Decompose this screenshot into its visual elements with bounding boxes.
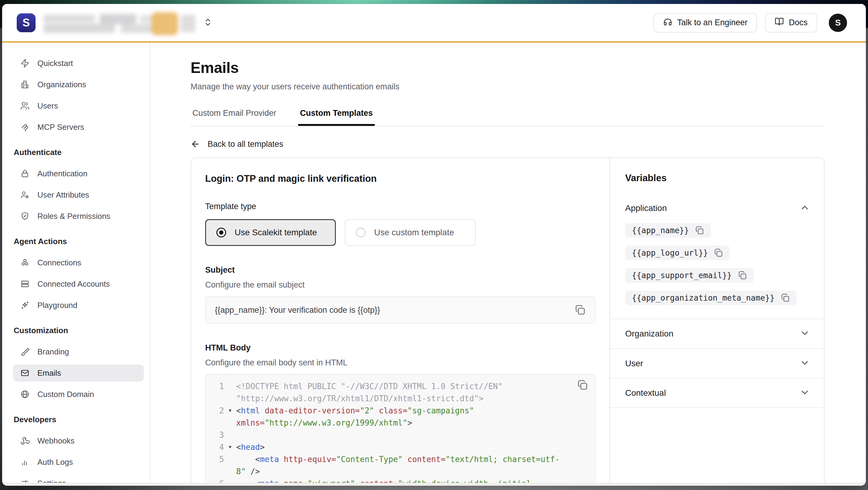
shield-check-icon [20,212,29,221]
variable-chips: {{app_name}} {{app_logo_url}} [625,223,810,305]
envelope-icon [20,368,29,377]
gutter-spacer [224,380,236,392]
html-body-editor[interactable]: 1<!DOCTYPE html PUBLIC "-//W3C//DTD XHTM… [205,374,595,483]
chevron-up-icon [800,203,810,214]
code-line: 8" /> [206,465,595,478]
sidebar-item-user-attributes[interactable]: User Attributes [13,186,144,203]
line-number [206,392,224,405]
copy-variable-button[interactable] [781,293,790,302]
section-label: User [625,359,643,368]
code-line: 1<!DOCTYPE html PUBLIC "-//W3C//DTD XHTM… [206,380,595,392]
template-type-label: Template type [205,202,595,211]
copy-icon [738,271,747,280]
docs-button[interactable]: Docs [765,13,817,33]
zap-icon [20,59,29,68]
copy-variable-button[interactable] [738,271,747,280]
sidebar-item-organizations[interactable]: Organizations [13,76,144,93]
line-number [206,417,224,429]
code-editor-lines: 1<!DOCTYPE html PUBLIC "-//W3C//DTD XHTM… [206,380,595,483]
option-use-scalekit-template[interactable]: Use Scalekit template [205,219,336,246]
workspace-switcher[interactable] [43,12,212,33]
user-avatar[interactable]: S [829,14,847,32]
variables-section-application[interactable]: Application [625,203,810,214]
sidebar-item-label: Quickstart [37,59,73,68]
gutter-spacer [224,453,236,465]
variable-chip-app-logo-url[interactable]: {{app_logo_url}} [625,246,730,260]
main-content: Emails Manage the way your users receive… [150,42,866,483]
variables-section-user[interactable]: User [610,348,824,378]
back-to-templates-link[interactable]: Back to all templates [191,139,825,149]
webhook-icon [20,436,29,445]
line-number: 2 [206,405,224,417]
code-text: <html data-editor-version="2" class="sg-… [236,405,474,417]
sidebar-section-customization: Customization [14,326,144,335]
back-link-label: Back to all templates [208,140,283,149]
sidebar-item-label: Webhooks [37,436,74,446]
sidebar-item-branding[interactable]: Branding [13,343,144,360]
page-subtitle: Manage the way your users receive authen… [191,82,825,91]
subject-input[interactable]: {{app_name}}: Your verification code is … [205,296,595,324]
sidebar-item-auth-logs[interactable]: Auth Logs [13,454,144,470]
sidebar-item-label: Organizations [37,80,86,89]
sidebar-item-playground[interactable]: Playground [13,297,144,314]
variable-text: {{app_organization_meta_name}} [632,293,775,302]
copy-html-body-button[interactable] [577,380,588,391]
line-number: 1 [206,380,224,392]
code-line: 6 <meta name="viewport" content="width=d… [206,478,595,483]
chevron-down-icon [800,358,810,369]
sidebar-item-users[interactable]: Users [13,97,144,114]
arrow-left-icon [191,139,200,149]
variable-chip-app-support-email[interactable]: {{app_support_email}} [625,268,754,283]
copy-variable-button[interactable] [714,248,723,257]
fold-toggle-icon[interactable]: ▾ [224,441,236,453]
paintbrush-icon [20,347,29,356]
code-line: 3 [206,429,595,441]
chevrons-up-down-icon [203,18,212,28]
line-number: 4 [206,441,224,453]
copy-icon [575,305,586,315]
section-label: Application [625,203,667,213]
sidebar-item-label: Branding [37,347,69,357]
subject-value: {{app_name}}: Your verification code is … [215,305,575,315]
copy-subject-button[interactable] [575,305,586,315]
sidebar-section-developers: Developers [14,415,144,424]
code-line: 5 <meta http-equiv="Content-Type" conten… [206,453,595,465]
sidebar-item-authentication[interactable]: Authentication [13,165,144,182]
lock-icon [20,169,29,178]
gutter-spacer [224,478,236,483]
gutter-spacer [224,429,236,441]
building-icon [20,80,29,89]
tab-custom-email-provider[interactable]: Custom Email Provider [191,109,278,126]
tab-custom-templates[interactable]: Custom Templates [298,109,375,126]
sidebar-item-roles-permissions[interactable]: Roles & Permissions [13,208,144,225]
copy-icon [714,248,723,257]
sidebar-item-settings[interactable]: Settings [13,475,144,483]
sidebar-item-custom-domain[interactable]: Custom Domain [13,386,144,403]
fold-toggle-icon[interactable]: ▾ [224,405,236,417]
variable-chip-app-organization-meta-name[interactable]: {{app_organization_meta_name}} [625,290,797,305]
code-line: 2▾<html data-editor-version="2" class="s… [206,405,595,417]
sidebar-item-emails[interactable]: Emails [13,364,144,381]
sidebar-item-connections[interactable]: Connections [13,254,144,271]
talk-to-engineer-button[interactable]: Talk to an Engineer [653,13,757,33]
bar-chart-icon [20,457,29,467]
workspace-name-redacted [43,12,195,33]
copy-variable-button[interactable] [695,226,704,235]
code-text: 8" /> [236,465,260,478]
variables-section-organization[interactable]: Organization [610,318,824,348]
headphones-icon [663,17,672,28]
sidebar-item-connected-accounts[interactable]: Connected Accounts [13,275,144,293]
variables-section-contextual[interactable]: Contextual [610,378,824,408]
sidebar-item-label: Auth Logs [37,457,73,467]
sidebar-item-webhooks[interactable]: Webhooks [13,432,144,449]
sidebar: Quickstart Organizations Users MCP Serve… [2,42,150,483]
template-form: Login: OTP and magic link verification T… [191,158,609,483]
code-text: <meta http-equiv="Content-Type" content=… [236,453,560,465]
sidebar-item-quickstart[interactable]: Quickstart [13,55,144,72]
line-number: 3 [206,429,224,441]
sidebar-item-label: Custom Domain [37,390,94,399]
option-use-custom-template[interactable]: Use custom template [345,219,476,246]
variable-chip-app-name[interactable]: {{app_name}} [625,223,711,238]
sidebar-item-mcp-servers[interactable]: MCP Servers [13,119,144,135]
user-avatar-letter: S [835,18,841,28]
